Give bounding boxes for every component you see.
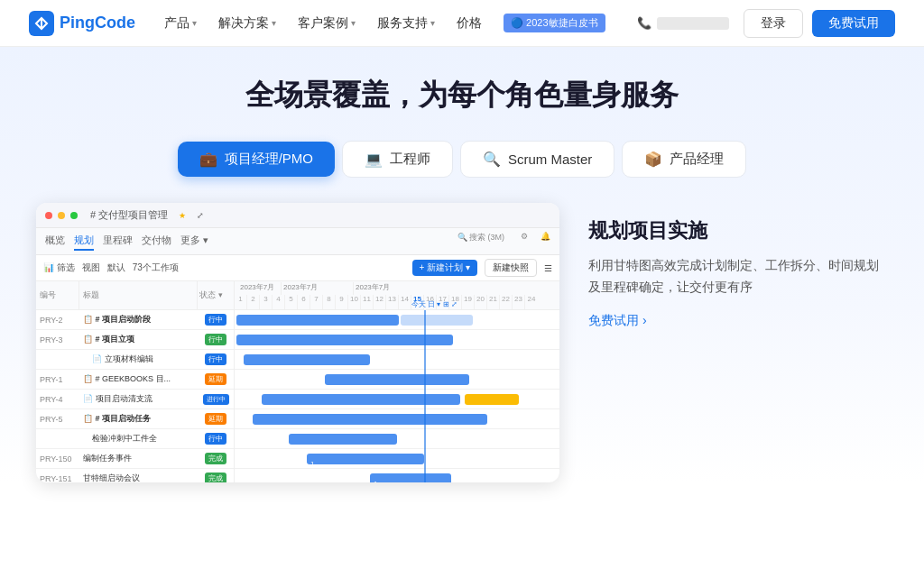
table-row: PRY-151 甘特细启动会议 完成: [36, 469, 234, 482]
tab-delivery[interactable]: 交付物: [142, 232, 171, 251]
role-tab-engineer[interactable]: 💻 工程师: [342, 141, 453, 178]
table-row: 📄 立项材料编辑 行中: [36, 350, 234, 370]
chevron-icon: ▾: [272, 18, 276, 28]
default-btn[interactable]: 默认: [107, 262, 125, 274]
logo[interactable]: PingCode: [29, 11, 135, 36]
bar-row: [235, 310, 559, 330]
new-plan-button[interactable]: + 新建计划 ▾: [412, 260, 477, 276]
day-numbers: 1 2 3 4 5 6 7 8 9 10 11: [235, 295, 559, 309]
panel-desc: 利用甘特图高效完成计划制定、工作拆分、时间规划及里程碑确定，让交付更有序: [588, 255, 888, 298]
nav-cases[interactable]: 客户案例 ▾: [298, 15, 356, 32]
close-dot: [45, 212, 52, 219]
window-title: # 交付型项目管理: [90, 208, 168, 222]
settings-icon: ⚙: [521, 232, 528, 251]
today-label: 今天 日 ▾ ⊞ ⤢: [411, 299, 457, 309]
gantt-bar: [262, 394, 460, 405]
gantt-table: 编号 标题 状态 ▾ PRY-2 📋 # 项目启动阶段 行中 PRY-3 📋 #…: [36, 281, 235, 482]
gantt-bar: 1: [307, 454, 424, 464]
view-btn[interactable]: 视图: [82, 262, 100, 274]
phone-info: 📞: [637, 16, 729, 30]
bar-row: [235, 370, 559, 390]
table-row: PRY-2 📋 # 项目启动阶段 行中: [36, 310, 234, 330]
role-tab-scrum[interactable]: 🔍 Scrum Master: [460, 141, 614, 178]
main-nav: 产品 ▾ 解决方案 ▾ 客户案例 ▾ 服务支持 ▾ 价格 🔵 2023敏捷白皮书: [164, 14, 623, 32]
pm-icon: 📦: [644, 151, 662, 168]
table-row: PRY-1 📋 # GEEKBOOKS 目... 延期: [36, 370, 234, 390]
table-row: 检验冲刺中工件全 行中: [36, 429, 234, 449]
panel-title: 规划项目实施: [588, 217, 888, 244]
gantt-bar: [401, 315, 473, 326]
gantt-titlebar: # 交付型项目管理 ★ ⤢: [36, 203, 559, 228]
chevron-icon: ▾: [192, 18, 197, 28]
star-icon: ★: [179, 211, 186, 220]
logo-icon: [29, 11, 54, 36]
trial-button[interactable]: 免费试用: [812, 10, 895, 37]
new-snapshot-button[interactable]: 新建快照: [485, 259, 537, 277]
phone-icon: 📞: [637, 16, 651, 30]
gantt-bar: 1: [370, 473, 451, 483]
tab-plan[interactable]: 规划: [74, 232, 94, 251]
promo-badge[interactable]: 🔵 2023敏捷白皮书: [504, 14, 605, 32]
scrum-icon: 🔍: [483, 151, 501, 168]
bar-row: 1: [235, 449, 559, 469]
gantt-toolbar: 📊 筛选 视图 默认 73个工作项 + 新建计划 ▾ 新建快照 ☰: [36, 255, 559, 281]
role-tab-pmo[interactable]: 💼 项目经理/PMO: [178, 142, 335, 177]
gantt-bar: [465, 394, 519, 405]
bell-icon: 🔔: [541, 232, 550, 251]
search-area: 🔍 搜索 (3M): [457, 232, 505, 251]
bar-row: [235, 429, 559, 449]
gantt-bar: [244, 354, 370, 365]
bar-row: [235, 350, 559, 370]
table-row: PRY-150 编制任务事件 完成: [36, 449, 234, 469]
gantt-table-header: 编号 标题 状态 ▾: [36, 281, 234, 310]
nav-product[interactable]: 产品 ▾: [164, 15, 197, 32]
logo-text: PingCode: [60, 14, 135, 32]
gantt-chart-area: 2023年7月 2023年7月 2023年7月 1 2 3 4 5 6: [235, 281, 559, 482]
role-tab-pm[interactable]: 📦 产品经理: [622, 141, 746, 178]
gantt-bar: [236, 315, 399, 326]
bar-row: 1: [235, 469, 559, 482]
nav-solution[interactable]: 解决方案 ▾: [218, 15, 276, 32]
role-tabs: 💼 项目经理/PMO 💻 工程师 🔍 Scrum Master 📦 产品经理: [178, 141, 747, 178]
phone-number: [657, 17, 729, 30]
pmo-icon: 💼: [199, 151, 217, 168]
gantt-preview: # 交付型项目管理 ★ ⤢ 概览 规划 里程碑 交付物 更多 ▾ 🔍 搜索 (3…: [36, 203, 559, 482]
filter-area: 📊 筛选: [43, 262, 75, 274]
table-row: PRY-5 📋 # 项目启动任务 延期: [36, 409, 234, 429]
minimize-dot: [58, 212, 65, 219]
gantt-bar: [325, 374, 469, 385]
gantt-date-header: 2023年7月 2023年7月 2023年7月 1 2 3 4 5 6: [235, 281, 559, 310]
login-button[interactable]: 登录: [744, 9, 803, 38]
free-trial-link[interactable]: 免费试用 ›: [588, 313, 888, 329]
chevron-icon: ▾: [430, 18, 435, 28]
tab-more[interactable]: 更多 ▾: [180, 232, 208, 251]
gantt-bar: [253, 414, 487, 425]
table-row: PRY-3 📋 # 项目立项 行中: [36, 330, 234, 350]
content-area: # 交付型项目管理 ★ ⤢ 概览 规划 里程碑 交付物 更多 ▾ 🔍 搜索 (3…: [0, 203, 924, 482]
right-panel: 规划项目实施 利用甘特图高效完成计划制定、工作拆分、时间规划及里程碑确定，让交付…: [588, 203, 888, 329]
bar-row: [235, 390, 559, 409]
layout-icon: ☰: [544, 263, 552, 273]
gantt-tab-bar: 概览 规划 里程碑 交付物 更多 ▾ 🔍 搜索 (3M) ⚙ 🔔: [36, 228, 559, 255]
gantt-bar: [236, 335, 453, 345]
col-title-header: 标题: [79, 281, 198, 309]
table-row: PRY-4 📄 项目启动清支流 进行中: [36, 390, 234, 409]
tab-overview[interactable]: 概览: [45, 232, 65, 251]
gantt-body: 编号 标题 状态 ▾ PRY-2 📋 # 项目启动阶段 行中 PRY-3 📋 #…: [36, 281, 559, 482]
col-status-header: 状态 ▾: [198, 281, 234, 309]
chevron-icon: ▾: [351, 18, 356, 28]
bar-row: [235, 330, 559, 350]
col-id-header: 编号: [36, 281, 79, 309]
engineer-icon: 💻: [365, 151, 383, 168]
nav-price[interactable]: 价格: [457, 15, 482, 32]
bar-row: [235, 409, 559, 429]
navbar-actions: 登录 免费试用: [744, 9, 895, 38]
expand-dot: [70, 212, 78, 219]
tab-milestone[interactable]: 里程碑: [103, 232, 133, 251]
expand-icon: ⤢: [197, 211, 204, 220]
hero-section: 全场景覆盖，为每个角色量身服务 💼 项目经理/PMO 💻 工程师 🔍 Scrum…: [0, 47, 924, 482]
nav-support[interactable]: 服务支持 ▾: [377, 15, 435, 32]
gantt-bar: [289, 434, 397, 445]
bars-container: 1 1 1: [235, 310, 559, 482]
hero-title: 全场景覆盖，为每个角色量身服务: [245, 76, 679, 115]
